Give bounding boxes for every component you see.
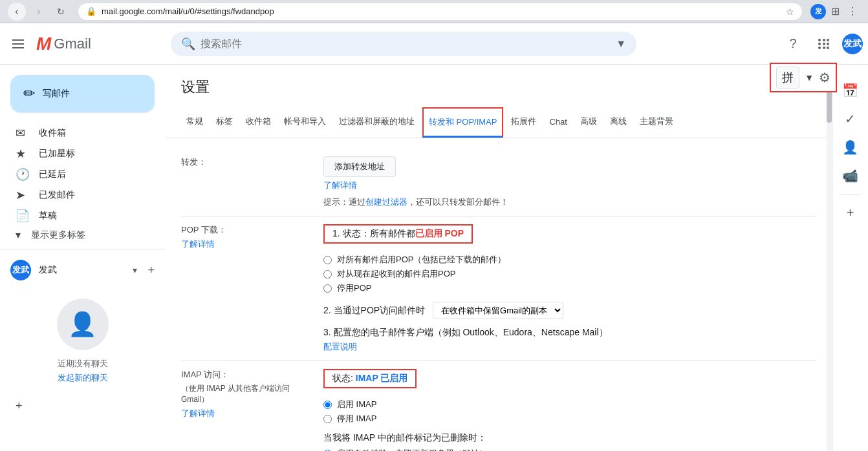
tab-themes[interactable]: 主题背景 — [635, 108, 678, 137]
help-button[interactable]: ? — [780, 31, 806, 57]
forwarding-section: 转发： 添加转发地址 了解详情 提示：通过创建过滤器，还可以只转发部分邮件！ — [181, 149, 816, 216]
tab-chat[interactable]: Chat — [544, 109, 572, 136]
tab-accounts[interactable]: 帐号和导入 — [279, 108, 331, 137]
pop-radio-all[interactable] — [323, 256, 332, 264]
imap-status-text: 状态: — [332, 373, 356, 383]
snoozed-icon: 🕐 — [16, 167, 28, 182]
gmail-logo: M Gmail — [36, 34, 91, 54]
imap-option-enable-label: 启用 IMAP — [337, 399, 376, 410]
imap-option-disable: 停用 IMAP — [323, 413, 816, 425]
sidebar-item-starred[interactable]: ★ 已加星标 — [0, 143, 155, 164]
imap-desc: （使用 IMAP 从其他客户端访问 Gmail） — [181, 383, 313, 405]
add-app-button[interactable]: + — [838, 200, 863, 226]
pop-radio-disable[interactable] — [323, 284, 332, 293]
pin-label[interactable]: 拼 — [776, 67, 799, 89]
scrollbar-track — [827, 65, 832, 451]
tab-addons[interactable]: 拓展件 — [506, 108, 541, 137]
imap-status-bold: IMAP 已启用 — [356, 373, 408, 383]
settings-gear-icon[interactable]: ⚙ — [819, 70, 830, 85]
imap-radio-disable[interactable] — [323, 415, 332, 423]
show-more-label: 显示更多标签 — [31, 229, 85, 241]
compose-plus-icon: ✏ — [23, 85, 35, 102]
imap-when-label: 当我将 IMAP 中的邮件标记为已删除时： — [323, 432, 816, 444]
compose-button[interactable]: ✏ 写邮件 — [10, 75, 155, 112]
forwarding-learn-link[interactable]: 了解详情 — [323, 180, 816, 191]
imap-learn-link[interactable]: 了解详情 — [181, 408, 313, 419]
tab-inbox[interactable]: 收件箱 — [241, 108, 276, 137]
pop-learn-link[interactable]: 了解详情 — [181, 238, 313, 250]
pop-config-link[interactable]: 配置说明 — [323, 341, 816, 353]
profile-icon[interactable]: 发 — [810, 4, 826, 19]
pop-option-all: 对所有邮件启用POP（包括已经下载的邮件） — [323, 254, 816, 266]
tab-filters[interactable]: 过滤器和屏蔽的地址 — [334, 108, 420, 137]
pop-step2: 2. 当通过POP访问邮件时 在收件箱中保留Gmail的副本 — [323, 302, 816, 319]
tab-forwarding[interactable]: 转发和 POP/IMAP — [422, 107, 503, 138]
contacts-icon-btn[interactable]: 👤 — [838, 134, 863, 160]
chevron-down-icon: ▾ — [16, 229, 21, 241]
chat-section: 👤 近期没有聊天 发起新的聊天 — [0, 286, 165, 397]
url-bar[interactable]: mail.google.com/mail/u/0/#settings/fwdan… — [102, 6, 781, 16]
pop-step2-select[interactable]: 在收件箱中保留Gmail的副本 — [433, 302, 563, 319]
account-avatar[interactable]: 发武 — [842, 34, 863, 54]
back-button[interactable]: ‹ — [8, 3, 26, 21]
sidebar-item-sent[interactable]: ➤ 已发邮件 — [0, 185, 155, 205]
star-icon[interactable]: ☆ — [786, 6, 794, 17]
sidebar-drafts-label: 草稿 — [39, 210, 144, 222]
inbox-icon: ✉ — [16, 126, 28, 140]
pop-radio-from-now[interactable] — [323, 270, 332, 278]
browser-menu-button[interactable]: ⋮ — [845, 3, 860, 20]
sidebar-divider — [0, 249, 165, 249]
tab-advanced[interactable]: 高级 — [575, 108, 602, 137]
add-icon: + — [16, 399, 23, 413]
imap-label: IMAP 访问： （使用 IMAP 从其他客户端访问 Gmail） 了解详情 — [181, 369, 323, 419]
search-input[interactable] — [201, 38, 611, 50]
imap-content: 状态: IMAP 已启用 启用 IMAP 停用 IMAP 当我将 IMAP 中的… — [323, 369, 816, 451]
sidebar-user-section: 发武 发武 ▾ + — [0, 255, 165, 286]
create-filter-link[interactable]: 创建过滤器 — [365, 197, 407, 207]
calendar-icon-btn[interactable]: 📅 — [838, 78, 863, 103]
search-bar: 🔍 ▼ — [171, 32, 636, 56]
tab-general[interactable]: 常规 — [181, 108, 208, 137]
show-more-labels[interactable]: ▾ 显示更多标签 — [0, 226, 165, 244]
pop-status-text: 1. 状态：所有邮件都 — [332, 228, 415, 238]
add-forward-button[interactable]: 添加转发地址 — [323, 156, 396, 177]
sidebar-item-inbox[interactable]: ✉ 收件箱 — [0, 123, 155, 143]
add-chat-button[interactable]: + — [0, 397, 165, 415]
start-chat-link[interactable]: 发起新的聊天 — [58, 372, 108, 384]
right-panel: 📅 ✓ 👤 📹 + — [832, 65, 868, 451]
settings-title: 设置 — [166, 65, 832, 97]
sidebar-sent-label: 已发邮件 — [39, 189, 144, 201]
imap-auto-enable: 启用自动清除 - 立即更新服务器（默认）。 — [323, 448, 816, 451]
forward-button[interactable]: › — [30, 3, 48, 21]
meet-icon-btn[interactable]: 📹 — [838, 163, 863, 189]
imap-radio-enable[interactable] — [323, 401, 332, 409]
add-user-button[interactable]: + — [147, 264, 155, 277]
reload-button[interactable]: ↻ — [52, 3, 70, 21]
imap-status-box: 状态: IMAP 已启用 — [323, 369, 417, 388]
pop-content: 1. 状态：所有邮件都已启用 POP 对所有邮件启用POP（包括已经下载的邮件）… — [323, 224, 816, 353]
imap-delete-section: 当我将 IMAP 中的邮件标记为已删除时： 启用自动清除 - 立即更新服务器（默… — [323, 432, 816, 451]
extensions-icon[interactable]: ⊞ — [829, 3, 842, 20]
chat-avatar: 👤 — [57, 299, 109, 350]
menu-button[interactable] — [5, 31, 31, 57]
settings-main: 设置 常规 标签 收件箱 帐号和导入 过滤器和屏蔽的地址 转发和 POP/IMA… — [166, 65, 832, 451]
pin-dropdown-icon[interactable]: ▼ — [805, 72, 814, 83]
tab-offline[interactable]: 离线 — [605, 108, 632, 137]
imap-option-disable-label: 停用 IMAP — [337, 413, 376, 425]
right-panel-divider — [840, 194, 861, 194]
sidebar-item-snoozed[interactable]: 🕐 已延后 — [0, 164, 155, 185]
gmail-logo-text: Gmail — [54, 36, 91, 52]
search-dropdown-icon[interactable]: ▼ — [616, 38, 626, 50]
sidebar-user-avatar[interactable]: 发武 — [10, 260, 31, 280]
tab-labels[interactable]: 标签 — [211, 108, 238, 137]
secure-icon: 🔒 — [86, 6, 96, 16]
sidebar-item-drafts[interactable]: 📄 草稿 — [0, 205, 155, 226]
star-icon: ★ — [16, 147, 28, 161]
drafts-icon: 📄 — [16, 209, 28, 223]
user-expand-icon[interactable]: ▾ — [133, 265, 137, 275]
pop-step3: 3. 配置您的电子邮件客户端（例如 Outlook、Eudora、Netscap… — [323, 327, 816, 353]
tasks-icon-btn[interactable]: ✓ — [838, 106, 863, 132]
pop-step2-label: 2. 当通过POP访问邮件时 — [323, 305, 425, 315]
forwarding-content: 添加转发地址 了解详情 提示：通过创建过滤器，还可以只转发部分邮件！ — [323, 156, 816, 208]
apps-button[interactable] — [811, 31, 837, 57]
